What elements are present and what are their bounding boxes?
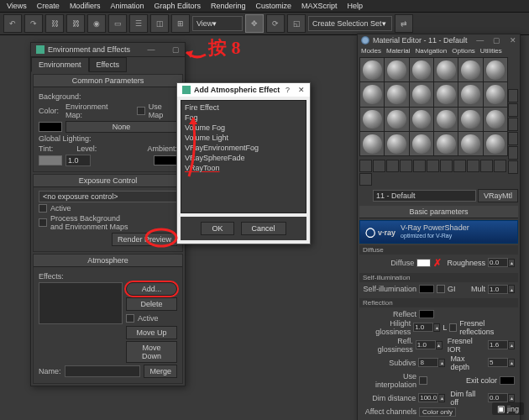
go-parent-icon[interactable] [494, 160, 506, 172]
mat-slot[interactable] [410, 108, 433, 131]
mat-menu-modes[interactable]: Modes [361, 47, 381, 55]
redo-icon[interactable]: ↷ [24, 14, 43, 33]
reflect-swatch[interactable] [419, 310, 434, 318]
useinterp-checkbox[interactable] [419, 376, 427, 385]
mat-slot[interactable] [360, 58, 384, 81]
usemap-checkbox[interactable] [137, 107, 145, 115]
select-region-icon[interactable]: ◫ [150, 14, 169, 33]
spinner-icon[interactable]: ▴ [508, 394, 515, 402]
atmos-item-vollight[interactable]: Volume Light [183, 133, 304, 143]
rollout-basic[interactable]: Basic parameters [359, 206, 518, 218]
mat-min-icon[interactable]: — [476, 36, 484, 45]
show-map-icon[interactable] [467, 160, 479, 172]
mat-slot[interactable] [458, 58, 482, 81]
menu-maxscript[interactable]: MAXScript [301, 2, 338, 10]
spinner-icon[interactable]: ▴ [508, 341, 515, 349]
minimize-icon[interactable]: — [147, 45, 155, 54]
move-icon[interactable]: ✥ [245, 14, 264, 33]
env-titlebar[interactable]: Environment and Effects — ▢ [31, 43, 185, 57]
mat-slot[interactable] [434, 108, 458, 131]
make-preview-icon[interactable] [508, 160, 518, 174]
spinner-icon[interactable]: ▴ [508, 359, 515, 367]
dimfalloff-input[interactable] [488, 393, 508, 402]
menu-grapheditors[interactable]: Graph Editors [154, 2, 201, 10]
mat-slot[interactable] [410, 58, 433, 81]
name-input[interactable] [65, 365, 141, 377]
mat-slot[interactable] [484, 82, 507, 106]
mat-slot[interactable] [360, 82, 384, 106]
help-icon[interactable]: ? [285, 86, 290, 94]
maxdepth-input[interactable] [488, 358, 508, 367]
fresnelior-input[interactable] [488, 340, 508, 349]
mat-slot[interactable] [410, 132, 433, 155]
affectch-select[interactable]: Color only [419, 407, 456, 417]
select-icon[interactable]: ▭ [108, 14, 127, 33]
mat-slot[interactable] [484, 108, 507, 131]
atmos-item-volfog[interactable]: Volume Fog [183, 123, 304, 133]
view-dropdown[interactable]: View ▾ [192, 16, 243, 31]
mat-max-icon[interactable]: ▢ [493, 36, 500, 45]
menu-animation[interactable]: Animation [110, 2, 144, 10]
material-name-input[interactable]: 11 - Default [373, 190, 476, 202]
mat-close-icon[interactable]: ✕ [510, 36, 516, 45]
spinner-icon[interactable]: ▴ [438, 359, 445, 367]
atmos-ok-button[interactable]: OK [201, 222, 233, 235]
render-preview-button[interactable]: Render Preview [112, 233, 177, 246]
atmos-list[interactable]: Fire Effect Fog Volume Fog Volume Light … [181, 100, 306, 213]
subdivs-input[interactable] [418, 358, 438, 367]
put-scene-icon[interactable] [373, 160, 385, 172]
get-material-icon[interactable] [359, 160, 372, 172]
envmap-none-button[interactable]: None [65, 121, 177, 133]
mat-slot[interactable] [434, 82, 458, 106]
merge-button[interactable]: Merge [144, 365, 177, 378]
spinner-icon[interactable]: ▴ [433, 323, 440, 332]
rotate-icon[interactable]: ⟳ [266, 14, 285, 33]
gi-checkbox[interactable] [437, 285, 445, 293]
make-unique-icon[interactable] [427, 160, 439, 172]
uv-tile-icon[interactable] [508, 132, 518, 145]
mat-slot[interactable] [434, 58, 458, 81]
exitcolor-swatch[interactable] [500, 376, 515, 385]
tint-swatch[interactable] [39, 155, 62, 165]
menu-help[interactable]: Help [348, 2, 364, 10]
tab-effects[interactable]: Effects [89, 57, 127, 72]
menu-modifiers[interactable]: Modifiers [70, 2, 101, 10]
rollout-atmosphere[interactable]: Atmosphere [34, 255, 182, 267]
active-checkbox[interactable] [39, 204, 47, 213]
make-copy-icon[interactable] [413, 160, 426, 172]
mat-slot[interactable] [360, 132, 384, 155]
assign-icon[interactable] [386, 160, 399, 172]
menu-customize[interactable]: Customize [255, 2, 291, 10]
atmos-titlebar[interactable]: Add Atmospheric Effect ? ✕ [177, 83, 310, 97]
movedown-button[interactable]: Move Down [126, 341, 177, 363]
menu-rendering[interactable]: Rendering [211, 2, 246, 10]
window-crossing-icon[interactable]: ⊞ [171, 14, 190, 33]
delete-button[interactable]: Delete [126, 297, 177, 311]
mat-titlebar[interactable]: Material Editor - 11 - Default — ▢ ✕ [358, 34, 520, 46]
active2-checkbox[interactable] [126, 314, 134, 323]
spinner-icon[interactable]: ▴ [436, 341, 443, 349]
dimdist-input[interactable] [418, 393, 438, 402]
mat-slot[interactable] [385, 132, 408, 155]
atmos-item-fire[interactable]: Fire Effect [183, 102, 304, 113]
close-icon[interactable]: ▢ [172, 45, 180, 54]
ambient-swatch[interactable] [154, 155, 177, 165]
atmos-cancel-button[interactable]: Cancel [241, 222, 286, 235]
put-library-icon[interactable] [440, 160, 453, 172]
mirror-icon[interactable]: ⇄ [395, 14, 413, 33]
level-input[interactable] [65, 155, 91, 166]
pick-icon[interactable] [359, 190, 371, 202]
show-end-icon[interactable] [480, 160, 493, 172]
mat-slot[interactable] [360, 108, 384, 131]
exposure-select[interactable]: <no exposure control> [39, 191, 177, 202]
unlink-icon[interactable]: ⛓̸ [66, 14, 85, 33]
background-icon[interactable] [508, 118, 518, 131]
mat-slot[interactable] [385, 82, 408, 106]
bg-color-swatch[interactable] [39, 122, 62, 132]
selectionset-dropdown[interactable]: Create Selection Set ▾ [308, 16, 392, 31]
mat-slot[interactable] [484, 58, 507, 81]
roughness-input[interactable] [488, 258, 508, 267]
mat-slot[interactable] [484, 132, 507, 155]
backlight-icon[interactable] [508, 103, 518, 117]
selfillum-swatch[interactable] [419, 285, 434, 293]
